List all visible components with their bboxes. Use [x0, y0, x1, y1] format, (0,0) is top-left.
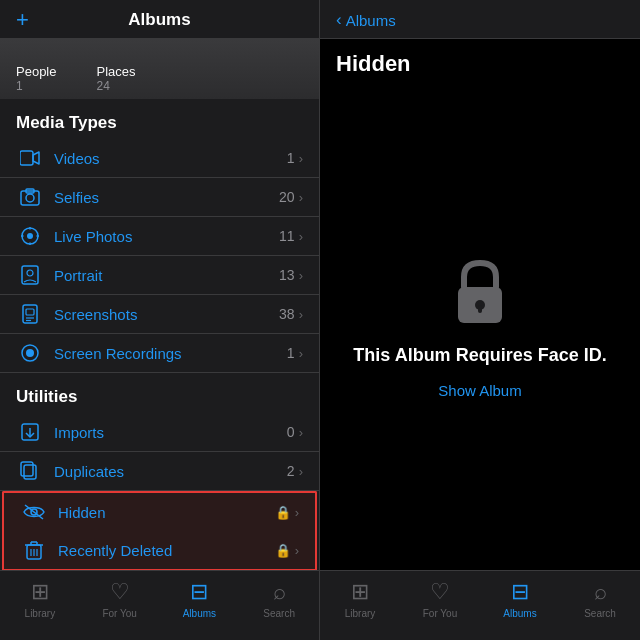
show-album-button[interactable]: Show Album: [438, 382, 521, 399]
library-tab-label-left: Library: [25, 608, 56, 619]
recently-deleted-chevron: ›: [295, 543, 299, 558]
tab-search-left[interactable]: ⌕ Search: [239, 579, 319, 619]
live-photos-label: Live Photos: [54, 228, 279, 245]
tab-foryou-right[interactable]: ♡ For You: [400, 579, 480, 619]
large-lock-icon: [450, 257, 510, 329]
places-count: 24: [96, 79, 135, 93]
people-label: People: [16, 64, 56, 79]
tab-albums-right[interactable]: ⊟ Albums: [480, 579, 560, 619]
selfie-icon: [16, 187, 44, 207]
people-count: 1: [16, 79, 56, 93]
recently-deleted-label: Recently Deleted: [58, 542, 275, 559]
screen-recordings-count: 1: [287, 345, 295, 361]
selfies-label: Selfies: [54, 189, 279, 206]
people-thumb[interactable]: People 1: [16, 64, 56, 93]
foryou-tab-icon-right: ♡: [430, 579, 450, 605]
videos-label: Videos: [54, 150, 287, 167]
trash-icon: [20, 540, 48, 560]
add-button[interactable]: +: [16, 7, 29, 33]
list-item-hidden[interactable]: Hidden 🔒 ›: [2, 491, 317, 531]
list-item-imports[interactable]: Imports 0 ›: [0, 413, 319, 452]
recently-deleted-right: 🔒 ›: [275, 543, 299, 558]
imports-label: Imports: [54, 424, 287, 441]
search-tab-icon-left: ⌕: [273, 579, 286, 605]
scroll-content: Media Types Videos 1 ›: [0, 99, 319, 570]
screen-recordings-label: Screen Recordings: [54, 345, 287, 362]
list-item-videos[interactable]: Videos 1 ›: [0, 139, 319, 178]
tab-foryou-left[interactable]: ♡ For You: [80, 579, 160, 619]
svg-point-12: [27, 270, 33, 276]
svg-rect-14: [26, 309, 34, 315]
foryou-tab-icon-left: ♡: [110, 579, 130, 605]
selfies-chevron: ›: [299, 190, 303, 205]
screenshots-count: 38: [279, 306, 295, 322]
videos-right: 1 ›: [287, 150, 303, 166]
right-content: This Album Requires Face ID. Show Album: [320, 85, 640, 570]
portrait-chevron: ›: [299, 268, 303, 283]
list-item-duplicates[interactable]: Duplicates 2 ›: [0, 452, 319, 491]
screen-recordings-chevron: ›: [299, 346, 303, 361]
places-thumb[interactable]: Places 24: [96, 64, 135, 93]
live-photos-chevron: ›: [299, 229, 303, 244]
portrait-count: 13: [279, 267, 295, 283]
screenshots-label: Screenshots: [54, 306, 279, 323]
albums-tab-icon-left: ⊟: [190, 579, 208, 605]
portrait-right: 13 ›: [279, 267, 303, 283]
foryou-tab-label-right: For You: [423, 608, 457, 619]
import-icon: [16, 422, 44, 442]
list-item-live-photos[interactable]: Live Photos 11 ›: [0, 217, 319, 256]
hidden-chevron: ›: [295, 505, 299, 520]
list-item-recently-deleted[interactable]: Recently Deleted 🔒 ›: [2, 531, 317, 570]
utilities-header: Utilities: [0, 373, 319, 413]
media-types-header: Media Types: [0, 99, 319, 139]
albums-title: Albums: [128, 10, 190, 30]
duplicates-chevron: ›: [299, 464, 303, 479]
hidden-label: Hidden: [58, 504, 275, 521]
library-tab-icon-left: ⊞: [31, 579, 49, 605]
imports-count: 0: [287, 424, 295, 440]
tab-library-left[interactable]: ⊞ Library: [0, 579, 80, 619]
svg-point-3: [26, 194, 34, 202]
search-tab-label-right: Search: [584, 608, 616, 619]
tab-albums-left[interactable]: ⊟ Albums: [160, 579, 240, 619]
list-item-screen-recordings[interactable]: Screen Recordings 1 ›: [0, 334, 319, 373]
svg-rect-21: [24, 465, 36, 479]
selfies-count: 20: [279, 189, 295, 205]
search-tab-label-left: Search: [263, 608, 295, 619]
selfies-right: 20 ›: [279, 189, 303, 205]
svg-rect-0: [20, 151, 33, 165]
svg-point-6: [27, 233, 33, 239]
tab-library-right[interactable]: ⊞ Library: [320, 579, 400, 619]
albums-tab-label-left: Albums: [183, 608, 216, 619]
hidden-lock-icon: 🔒: [275, 505, 291, 520]
right-header: ‹ Albums: [320, 0, 640, 39]
tab-search-right[interactable]: ⌕ Search: [560, 579, 640, 619]
screen-recording-icon: [16, 343, 44, 363]
foryou-tab-label-left: For You: [102, 608, 136, 619]
svg-marker-1: [33, 152, 39, 164]
live-photos-right: 11 ›: [279, 228, 303, 244]
list-item-portrait[interactable]: Portrait 13 ›: [0, 256, 319, 295]
live-photos-count: 11: [279, 228, 295, 244]
library-tab-label-right: Library: [345, 608, 376, 619]
duplicate-icon: [16, 461, 44, 481]
portrait-label: Portrait: [54, 267, 279, 284]
duplicates-right: 2 ›: [287, 463, 303, 479]
screen-recordings-right: 1 ›: [287, 345, 303, 361]
duplicates-label: Duplicates: [54, 463, 287, 480]
albums-tab-icon-right: ⊟: [511, 579, 529, 605]
svg-point-18: [26, 349, 34, 357]
left-tab-bar: ⊞ Library ♡ For You ⊟ Albums ⌕ Search: [0, 570, 319, 640]
hidden-icon: [20, 502, 48, 522]
svg-rect-22: [21, 462, 33, 476]
left-panel: + Albums People 1 Places 24 Media Types …: [0, 0, 320, 640]
back-button[interactable]: ‹ Albums: [336, 10, 396, 30]
list-item-selfies[interactable]: Selfies 20 ›: [0, 178, 319, 217]
videos-count: 1: [287, 150, 295, 166]
videos-chevron: ›: [299, 151, 303, 166]
back-chevron-icon: ‹: [336, 10, 342, 30]
hidden-album-title: Hidden: [320, 39, 640, 85]
top-thumbnails: People 1 Places 24: [0, 39, 319, 99]
screenshot-icon: [16, 304, 44, 324]
list-item-screenshots[interactable]: Screenshots 38 ›: [0, 295, 319, 334]
